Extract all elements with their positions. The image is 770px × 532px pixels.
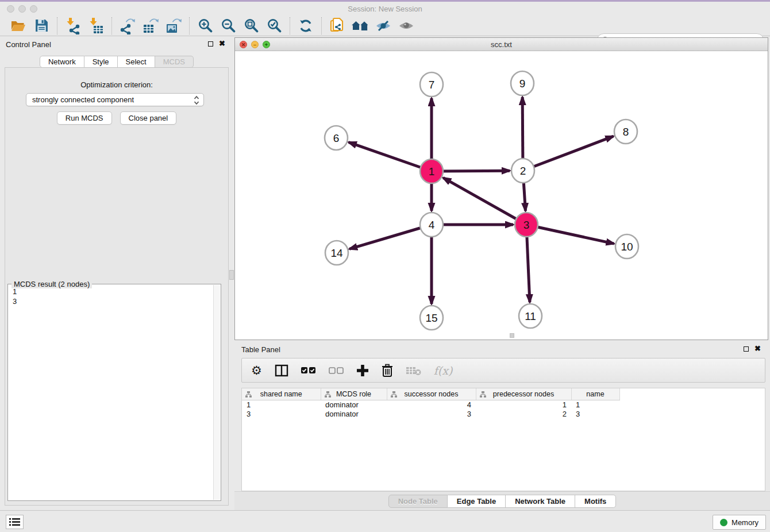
unselect-all-checkboxes-icon — [329, 367, 344, 374]
hide-panels-button[interactable] — [372, 17, 395, 35]
close-table-panel-icon[interactable]: ✖ — [754, 346, 761, 352]
table-row[interactable]: 3 dominator 3 2 3 — [242, 409, 619, 418]
network-view-window: ✕ – + scc.txt 1234678910111415 — [234, 37, 768, 340]
trash-icon — [382, 364, 393, 377]
graph-node-label-2: 2 — [520, 165, 526, 177]
clone-network-button[interactable] — [326, 17, 349, 35]
zoom-in-button[interactable] — [194, 17, 217, 35]
run-mcds-button[interactable]: Run MCDS — [57, 111, 112, 125]
toolbar-separator — [189, 17, 190, 34]
network-view-title: scc.txt — [235, 40, 768, 49]
tab-node-table[interactable]: Node Table — [388, 495, 448, 508]
tab-network-table[interactable]: Network Table — [506, 495, 575, 508]
network-graph[interactable]: 1234678910111415 — [235, 51, 768, 340]
delete-column-button[interactable] — [382, 364, 393, 377]
export-table-button[interactable] — [139, 17, 162, 35]
control-panel-tabs: Network Style Select MCDS — [0, 56, 233, 68]
tab-style[interactable]: Style — [84, 56, 118, 68]
open-folder-icon — [10, 19, 26, 33]
open-file-button[interactable] — [7, 17, 30, 35]
refresh-icon — [298, 18, 313, 33]
column-type-icon — [325, 391, 331, 398]
col-predecessor-nodes[interactable]: predecessor nodes — [476, 388, 571, 400]
zoom-fit-button[interactable] — [240, 17, 263, 35]
col-name[interactable]: name — [571, 388, 619, 400]
split-columns-icon — [275, 364, 288, 377]
titlebar: Session: New Session — [0, 2, 770, 16]
home-button[interactable] — [349, 17, 372, 35]
graph-node-label-14: 14 — [330, 247, 343, 259]
table-settings-button[interactable]: ⚙ — [251, 365, 262, 376]
import-table-button[interactable] — [84, 17, 107, 35]
create-column-button[interactable] — [356, 364, 369, 377]
unselect-all-button[interactable] — [329, 367, 344, 374]
add-column-icon — [356, 364, 369, 377]
toolbar-separator — [57, 17, 57, 34]
close-panel-icon[interactable]: ✖ — [219, 41, 225, 47]
import-network-button[interactable] — [61, 17, 84, 35]
table-header-row: shared name MCDS role successor nodes pr… — [242, 388, 619, 400]
graph-edge-2-8[interactable] — [523, 136, 613, 171]
graph-edge-1-6[interactable] — [349, 142, 432, 171]
float-table-panel-icon[interactable] — [744, 346, 749, 352]
delete-table-button[interactable] — [406, 365, 421, 376]
graph-node-label-10: 10 — [621, 241, 633, 253]
mcds-tab-content: Optimization criterion: strongly connect… — [5, 67, 229, 506]
status-bar: Memory — [0, 510, 770, 532]
graph-node-label-7: 7 — [429, 79, 435, 91]
toolbar-separator — [321, 17, 322, 34]
graph-edge-4-14[interactable] — [349, 225, 432, 249]
graph-node-label-4: 4 — [429, 219, 435, 231]
export-network-button[interactable] — [116, 17, 139, 35]
export-image-button[interactable] — [162, 17, 185, 35]
memory-button[interactable]: Memory — [713, 515, 766, 530]
save-session-button[interactable] — [30, 17, 53, 35]
col-successor-nodes[interactable]: successor nodes — [387, 388, 476, 400]
canvas-scroll-thumb[interactable] — [510, 333, 514, 338]
zoom-selected-button[interactable] — [263, 17, 286, 35]
graph-edge-3-1[interactable] — [443, 178, 526, 225]
memory-label: Memory — [732, 518, 759, 527]
list-icon — [9, 518, 20, 526]
toolbar-separator — [290, 17, 290, 34]
mcds-result-scrollbar[interactable] — [213, 285, 220, 500]
show-columns-button[interactable] — [275, 364, 288, 377]
control-panel: Control Panel ✖ Network Style Select MCD… — [0, 37, 233, 510]
table-panel: Table Panel ✖ ⚙ — [234, 342, 770, 510]
col-mcds-role[interactable]: MCDS role — [321, 388, 387, 400]
toolbar-separator — [111, 17, 112, 34]
col-shared-name[interactable]: shared name — [242, 388, 321, 400]
optimization-criterion-label: Optimization criterion: — [5, 80, 228, 89]
eye-slash-icon — [375, 19, 392, 33]
zoom-out-icon — [221, 18, 236, 33]
table-row[interactable]: 1 dominator 4 1 1 — [242, 400, 619, 409]
tab-select[interactable]: Select — [118, 56, 155, 68]
chevron-up-down-icon — [194, 95, 199, 105]
graph-node-label-11: 11 — [525, 310, 536, 322]
column-type-icon — [245, 391, 252, 398]
criterion-select[interactable]: strongly connected component — [26, 93, 204, 106]
network-window-titlebar[interactable]: ✕ – + scc.txt — [235, 38, 768, 51]
select-all-button[interactable] — [301, 367, 316, 374]
table-toolbar: ⚙ — [241, 358, 765, 383]
task-history-button[interactable] — [6, 515, 24, 529]
tab-motifs[interactable]: Motifs — [575, 495, 616, 508]
tab-mcds[interactable]: MCDS — [155, 56, 194, 68]
save-icon — [34, 18, 49, 33]
eye-icon — [398, 20, 415, 32]
close-panel-button[interactable]: Close panel — [120, 111, 177, 125]
tab-edge-table[interactable]: Edge Table — [448, 495, 506, 508]
tab-network[interactable]: Network — [40, 56, 84, 68]
graph-edge-3-10[interactable] — [526, 225, 614, 244]
zoom-fit-icon — [244, 18, 259, 33]
zoom-out-button[interactable] — [217, 17, 240, 35]
refresh-button[interactable] — [294, 17, 317, 35]
function-builder-button[interactable]: f(x) — [434, 364, 453, 377]
zoom-in-icon — [198, 18, 213, 33]
network-canvas[interactable]: 1234678910111415 — [235, 51, 768, 340]
float-panel-icon[interactable] — [208, 41, 213, 47]
column-type-icon — [480, 391, 486, 398]
panel-splitter-grip[interactable] — [229, 270, 234, 280]
node-table[interactable]: shared name MCDS role successor nodes pr… — [241, 388, 765, 491]
show-panels-button[interactable] — [395, 17, 418, 35]
